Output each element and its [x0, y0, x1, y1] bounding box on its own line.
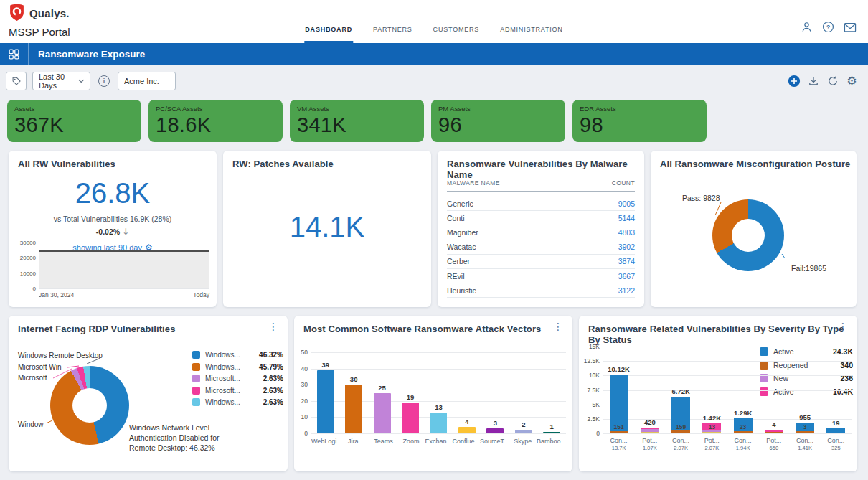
stat-card-pc-sca-assets[interactable]: PC/SCA Assets18.6K	[148, 100, 283, 142]
stacked-bar[interactable]	[826, 428, 845, 433]
legend-item[interactable]: Windows...45.79%	[192, 363, 283, 371]
x-tick: Pot...2.07K	[697, 437, 727, 451]
bar-value-label: 3	[494, 419, 497, 427]
info-icon[interactable]: i	[98, 75, 110, 87]
mssp-portal-dashboard: Qualys. MSSP Portal DASHBOARDPARTNERSCUS…	[0, 0, 868, 480]
stat-label: Assets	[14, 105, 134, 113]
dashboard-settings-button[interactable]: ⚙	[845, 74, 859, 88]
bar-slot: 4	[453, 418, 481, 433]
legend-item[interactable]: Windows...2.63%	[192, 398, 283, 406]
bar-zoom[interactable]	[402, 403, 419, 433]
comparison-text: vs Total Vulnerabilities 16.9K (28%)	[9, 215, 217, 223]
user-icon[interactable]	[801, 21, 813, 33]
y-tick: 20	[296, 397, 308, 405]
kebab-menu-icon[interactable]: ⋮	[838, 321, 848, 331]
count-link[interactable]: 3122	[618, 286, 635, 295]
count-link[interactable]: 4803	[618, 228, 635, 237]
stacked-bar[interactable]: 23	[734, 418, 753, 433]
bar-exchan[interactable]	[430, 413, 447, 433]
stacked-bar[interactable]: 13	[702, 423, 721, 434]
y-tick: 20000	[20, 255, 36, 261]
legend-item[interactable]: Windows...46.32%	[192, 351, 283, 359]
malware-name: Magniber	[447, 228, 478, 237]
download-button[interactable]	[806, 74, 820, 88]
count-link[interactable]: 9005	[618, 199, 635, 208]
bar-value-label: 25	[378, 384, 386, 392]
trend-plot-area[interactable]	[39, 243, 209, 288]
bar-teams[interactable]	[374, 393, 391, 434]
bar-value-label: 39	[321, 361, 329, 369]
callout-windows-remote-desktop: Windows Remote Desktop	[18, 352, 103, 359]
help-icon[interactable]: ?	[822, 21, 834, 33]
mail-icon[interactable]	[844, 22, 857, 33]
bar-sourcet[interactable]	[486, 428, 504, 433]
bar-value-label: 1	[550, 423, 554, 430]
qualys-logo[interactable]: Qualys.	[9, 4, 70, 22]
legend-item[interactable]: Microsoft...2.63%	[192, 375, 283, 382]
bar-jira[interactable]	[345, 385, 362, 433]
x-tick-sub-value: 650	[758, 445, 789, 451]
col-malware-name: MALWARE NAME	[447, 179, 500, 187]
count-link[interactable]: 3667	[618, 272, 635, 281]
add-icon	[788, 75, 801, 88]
nav-tab-administration[interactable]: ADMINISTRATION	[499, 26, 564, 43]
stacked-bar[interactable]	[641, 428, 659, 433]
stat-card-assets[interactable]: Assets367K	[7, 100, 141, 142]
count-link[interactable]: 3874	[618, 257, 635, 265]
y-tick: 30000	[20, 240, 36, 246]
table-row: Magniber4803	[447, 225, 635, 240]
stat-card-edr-assets[interactable]: EDR Assets98	[572, 100, 707, 142]
stat-label: VM Assets	[297, 105, 417, 113]
date-range-select[interactable]: Last 30 Days	[32, 72, 90, 90]
x-tick-category: Pot...	[758, 437, 789, 444]
x-tick: Conflue...	[453, 438, 481, 445]
trend-y-axis: 3000020000100000	[17, 243, 39, 288]
tag-filter-button[interactable]	[6, 72, 27, 90]
bar-conflue[interactable]	[458, 427, 476, 433]
nav-tab-customers[interactable]: CUSTOMERS	[433, 26, 481, 43]
stacked-bar[interactable]: 3	[796, 423, 814, 433]
y-tick: 7.5K	[580, 387, 600, 394]
legend-item[interactable]: Microsoft...2.63%	[192, 387, 283, 395]
add-widget-button[interactable]	[787, 74, 801, 88]
table-body: Generic9005Conti5144Magniber4803Wacatac3…	[447, 197, 635, 298]
posture-donut-chart[interactable]	[712, 199, 784, 271]
count-link[interactable]: 3902	[618, 243, 635, 251]
brand-text: Qualys.	[29, 7, 70, 19]
kebab-menu-icon[interactable]: ⋮	[268, 321, 278, 331]
stat-card-pm-assets[interactable]: PM Assets96	[431, 100, 565, 142]
stacked-bar[interactable]	[765, 430, 783, 433]
nav-tab-dashboard[interactable]: DASHBOARD	[304, 26, 353, 43]
rdp-donut-chart[interactable]	[50, 366, 129, 445]
malware-name: Conti	[447, 214, 465, 222]
stat-value: 341K	[297, 113, 417, 137]
stacked-bar[interactable]: 159	[671, 397, 690, 433]
rdp-annotation: Windows Network Level Authentication Dis…	[129, 423, 227, 453]
patches-available-count[interactable]: 14.1K	[223, 211, 431, 243]
count-link[interactable]: 5144	[618, 214, 635, 222]
bar-bamboo[interactable]	[543, 432, 560, 433]
x-start-label: Jan 30, 2024	[39, 291, 74, 298]
col-count: COUNT	[612, 179, 635, 187]
nav-tab-partners[interactable]: PARTNERS	[372, 26, 413, 43]
card-malware-name-table: Ransomware Vulnerabilities By Malware Na…	[438, 151, 644, 307]
bar-weblogi[interactable]	[317, 370, 334, 433]
stacked-bar[interactable]: 151	[610, 375, 628, 433]
customer-filter-input[interactable]	[118, 72, 176, 90]
kebab-menu-icon[interactable]: ⋮	[553, 321, 563, 331]
pass-callout: Pass: 9828	[682, 194, 720, 202]
rw-vulnerabilities-count[interactable]: 26.8K	[9, 177, 217, 210]
dashboards-menu-button[interactable]	[0, 43, 29, 65]
y-tick: 0	[580, 430, 600, 437]
stat-card-vm-assets[interactable]: VM Assets341K	[290, 100, 424, 142]
rdp-legend: Windows...46.32%Windows...45.79%Microsof…	[192, 351, 283, 406]
bars-row: 39302519134321	[311, 352, 566, 433]
callout-window: Window	[18, 420, 44, 428]
bar-skype[interactable]	[515, 430, 532, 433]
card-title: RW: Patches Available	[232, 159, 334, 169]
malware-name: Heuristic	[447, 286, 476, 295]
refresh-button[interactable]	[826, 74, 839, 88]
card-title: All RW Vulnerabilities	[18, 159, 115, 169]
asset-stat-tiles: Assets367KPC/SCA Assets18.6KVM Assets341…	[0, 97, 868, 142]
bar-top-label: 420	[644, 418, 656, 426]
